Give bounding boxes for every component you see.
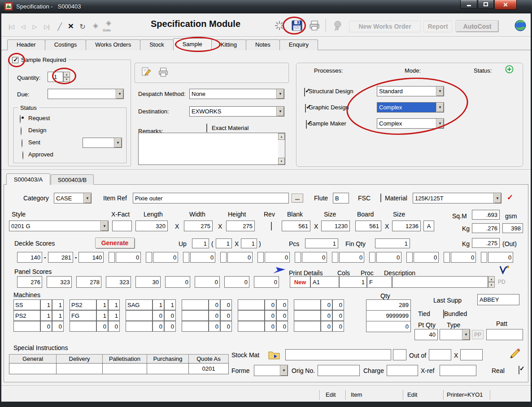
tab-notes[interactable]: Notes xyxy=(246,39,280,50)
tab-sample[interactable]: Sample xyxy=(173,38,212,50)
machine-cell[interactable] xyxy=(294,299,321,310)
machine-cell[interactable]: 0 xyxy=(265,310,276,321)
machine-cell[interactable]: 1 xyxy=(153,299,164,310)
goto-icon[interactable]: ◈ xyxy=(91,20,100,31)
structural-design-mode-dropdown[interactable]: Standard ▼ xyxy=(377,86,444,96)
machine-cell[interactable]: 0 xyxy=(96,321,108,332)
out-of-x-input[interactable] xyxy=(460,349,483,360)
board-length-input[interactable]: 1236 xyxy=(392,221,421,231)
machine-qty-input[interactable]: 289 xyxy=(366,299,411,311)
tab-enquiry[interactable]: Enquiry xyxy=(279,39,318,50)
machine-cell[interactable]: SAG xyxy=(126,299,153,310)
deckle-score-input[interactable]: 0 xyxy=(414,252,439,263)
machine-cell[interactable] xyxy=(13,321,40,332)
deckle-type-input[interactable] xyxy=(369,252,375,263)
subtab-s000403b[interactable]: S000403/B xyxy=(51,174,94,185)
spinner-down-icon[interactable]: ▼ xyxy=(488,282,495,288)
deckle-score-input[interactable]: 0 xyxy=(116,252,141,263)
app-icon[interactable] xyxy=(4,2,13,10)
deckle-type-input[interactable] xyxy=(183,252,189,263)
chevron-down-icon[interactable]: ▼ xyxy=(436,103,444,112)
edit-pencil-icon[interactable] xyxy=(509,347,521,360)
out-of-input[interactable] xyxy=(429,349,451,360)
machine-cell[interactable]: 1 xyxy=(52,310,64,321)
machine-cell[interactable]: 1 xyxy=(108,299,120,310)
deckle-type-input[interactable] xyxy=(481,252,487,263)
panel-score-input[interactable]: 0 xyxy=(165,276,190,288)
machine-cell[interactable]: 0 xyxy=(52,321,64,332)
radio-approved[interactable] xyxy=(22,151,23,160)
special-header-delivery[interactable]: Delivery xyxy=(56,354,103,364)
exact-material-checkbox[interactable] xyxy=(206,124,207,132)
gsm-input[interactable]: 398 xyxy=(502,223,523,233)
special-cell-quote-as[interactable]: 0201 xyxy=(188,363,229,374)
last-record-button[interactable]: ▷| xyxy=(41,21,52,32)
chevron-down-icon[interactable]: ▼ xyxy=(462,329,470,340)
globe-icon[interactable] xyxy=(514,19,527,32)
machine-cell[interactable] xyxy=(294,321,321,332)
machine-cell[interactable]: 0 xyxy=(321,310,332,321)
machine-cell[interactable]: 0 xyxy=(209,321,220,332)
type-dropdown[interactable]: ▼ xyxy=(440,329,470,340)
scroll-up-icon[interactable]: ▲ xyxy=(278,133,285,140)
blank-width-input[interactable]: 561 xyxy=(282,221,310,231)
chevron-down-icon[interactable]: ▼ xyxy=(116,89,123,99)
quantity-input[interactable]: 1 xyxy=(48,72,63,82)
sent-dropdown[interactable]: ▼ xyxy=(83,138,122,148)
forme-dropdown[interactable]: ▼ xyxy=(254,365,288,376)
deckle-type-input[interactable] xyxy=(406,252,413,263)
tab-stock[interactable]: Stock xyxy=(140,39,174,50)
minimize-button[interactable] xyxy=(460,0,477,9)
radio-request[interactable] xyxy=(20,115,21,123)
machine-cell[interactable] xyxy=(238,321,265,332)
delete-button[interactable]: × xyxy=(66,20,75,32)
tab-costings[interactable]: Costings xyxy=(45,39,87,50)
machine-qty-input[interactable]: 9999999 xyxy=(366,310,411,321)
radio-design[interactable] xyxy=(21,127,22,135)
special-cell[interactable] xyxy=(102,363,147,374)
panel-score-input[interactable]: 323 xyxy=(47,276,72,288)
ups-down-input[interactable]: 1 xyxy=(241,238,257,248)
save-button[interactable] xyxy=(291,19,303,32)
machine-cell[interactable]: 0 xyxy=(164,321,176,332)
flute-input[interactable]: B xyxy=(333,193,349,204)
panel-score-input[interactable]: 276 xyxy=(17,276,42,288)
ups-across-input[interactable]: 1 xyxy=(216,238,232,248)
kg-out-input[interactable]: .275 xyxy=(472,238,500,248)
xref-input[interactable] xyxy=(440,365,476,376)
machine-cell[interactable] xyxy=(238,299,265,310)
chevron-down-icon[interactable]: ▼ xyxy=(83,193,91,203)
panel-score-input[interactable]: 0 xyxy=(224,276,249,288)
print-button[interactable] xyxy=(309,20,320,31)
machine-cell[interactable]: 0 xyxy=(164,310,176,321)
panel-score-input[interactable]: 0 xyxy=(195,276,220,288)
burst-icon[interactable] xyxy=(274,20,285,31)
due-dropdown[interactable]: ▼ xyxy=(48,89,124,99)
chevron-down-icon[interactable]: ▼ xyxy=(436,119,444,128)
first-record-button[interactable]: |◁ xyxy=(6,21,16,32)
print-sample-icon[interactable] xyxy=(158,67,169,78)
machine-cell[interactable]: 0 xyxy=(321,299,332,310)
machine-cell[interactable]: 0 xyxy=(209,299,220,310)
send-arrow-icon[interactable] xyxy=(273,266,286,274)
maximize-button[interactable] xyxy=(478,0,494,9)
deckle-score-input[interactable]: 0 xyxy=(339,252,364,263)
machine-cell[interactable]: 1 xyxy=(52,299,64,310)
machine-cell[interactable]: 0 xyxy=(332,310,344,321)
fsc-checkbox[interactable] xyxy=(380,194,381,202)
machine-cell[interactable] xyxy=(238,310,265,321)
patt-input[interactable] xyxy=(486,329,523,340)
despatch-method-dropdown[interactable]: None ▼ xyxy=(189,89,284,99)
machine-cell[interactable]: 0 xyxy=(220,321,232,332)
report-button[interactable]: Report xyxy=(423,21,452,32)
machine-cell[interactable]: 0 xyxy=(220,310,232,321)
print-new-cell[interactable]: New xyxy=(290,276,310,288)
charge-input[interactable] xyxy=(387,365,418,376)
deckle-score-input[interactable]: 281 xyxy=(48,252,73,263)
material-dropdown[interactable]: 125K/125T ▼ xyxy=(413,193,501,204)
special-cell[interactable] xyxy=(56,363,103,374)
pp-button[interactable]: PP xyxy=(472,330,484,339)
machine-cell[interactable]: FG xyxy=(70,310,96,321)
panel-score-input[interactable]: 30 xyxy=(135,276,161,288)
special-cell[interactable] xyxy=(9,363,57,374)
